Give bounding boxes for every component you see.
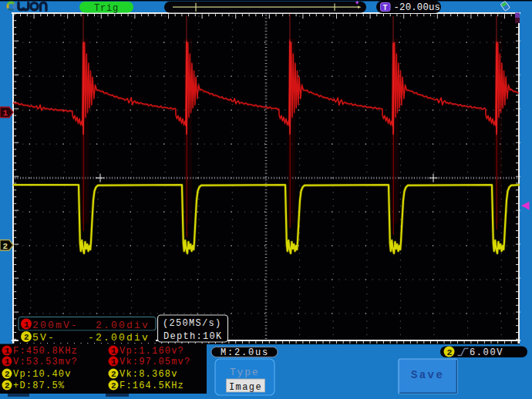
svg-text:1: 1 bbox=[24, 320, 29, 330]
svg-text:2: 2 bbox=[447, 347, 453, 357]
svg-text:5V-: 5V- bbox=[32, 332, 56, 344]
svg-text:2: 2 bbox=[3, 242, 8, 251]
svg-text:Vk:97.05mv?: Vk:97.05mv? bbox=[120, 357, 190, 367]
svg-text:1: 1 bbox=[5, 357, 10, 367]
svg-text:Vp:1.160v?: Vp:1.160v? bbox=[120, 346, 184, 357]
svg-text:-20.00us: -20.00us bbox=[394, 2, 441, 13]
svg-text:(250MS/s): (250MS/s) bbox=[163, 318, 222, 329]
svg-text:2: 2 bbox=[5, 381, 10, 391]
svg-text:V:53.53mv?: V:53.53mv? bbox=[13, 357, 78, 367]
svg-text:Trig: Trig bbox=[94, 3, 119, 14]
svg-text:M:2.0us: M:2.0us bbox=[221, 347, 269, 358]
svg-text:Vk:8.368v: Vk:8.368v bbox=[120, 369, 178, 380]
svg-text:2: 2 bbox=[24, 333, 29, 342]
svg-text:1: 1 bbox=[5, 347, 10, 356]
svg-text:200mV-: 200mV- bbox=[32, 320, 79, 331]
svg-text:Depth:10K: Depth:10K bbox=[163, 331, 223, 342]
svg-text:6.00V: 6.00V bbox=[470, 347, 503, 358]
svg-text:-2.00div: -2.00div bbox=[88, 332, 150, 344]
svg-text:2: 2 bbox=[111, 381, 116, 391]
svg-text:+D:87.5%: +D:87.5% bbox=[13, 381, 65, 391]
svg-text:1: 1 bbox=[3, 109, 8, 118]
svg-text:1: 1 bbox=[111, 357, 116, 367]
svg-text:T: T bbox=[383, 4, 388, 12]
svg-text:1: 1 bbox=[111, 347, 116, 356]
svg-text:F:450.8KHz: F:450.8KHz bbox=[13, 346, 78, 357]
svg-text:Image: Image bbox=[229, 382, 262, 393]
svg-text:2: 2 bbox=[111, 370, 116, 379]
svg-text:Type: Type bbox=[230, 367, 259, 378]
svg-text:F:164.5KHz: F:164.5KHz bbox=[120, 381, 184, 391]
svg-text:2: 2 bbox=[5, 370, 10, 379]
svg-text:2.00div: 2.00div bbox=[96, 320, 150, 331]
svg-text:Save: Save bbox=[411, 369, 444, 381]
svg-text:Vp:10.40v: Vp:10.40v bbox=[13, 369, 72, 380]
